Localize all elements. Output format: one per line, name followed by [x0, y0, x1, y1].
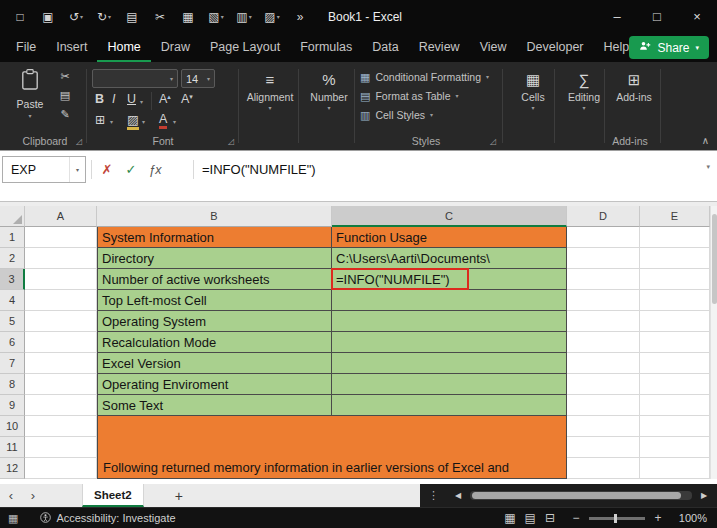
cell-E6[interactable]: [640, 332, 710, 353]
italic-button[interactable]: I: [112, 92, 115, 106]
cell-A3[interactable]: [25, 269, 97, 290]
clipboard-icon[interactable]: ▤: [118, 10, 146, 24]
tab-draw[interactable]: Draw: [151, 34, 200, 62]
select-all-button[interactable]: [0, 206, 25, 227]
maximize-button[interactable]: □: [637, 0, 677, 33]
number-group-button[interactable]: % Number ▾: [302, 70, 356, 111]
scroll-left-icon[interactable]: ◀: [451, 491, 465, 500]
cell-B5[interactable]: Operating System: [97, 311, 332, 332]
name-box[interactable]: EXP ▾: [2, 156, 86, 183]
cell-E8[interactable]: [640, 374, 710, 395]
cell-B6[interactable]: Recalculation Mode: [97, 332, 332, 353]
chart-icon[interactable]: ▥▾: [230, 10, 258, 24]
copy-button[interactable]: ▤: [56, 89, 74, 102]
print-icon[interactable]: ▧▾: [202, 10, 230, 24]
cell-E3[interactable]: [640, 269, 710, 290]
chevron-down-icon[interactable]: ▾: [173, 119, 176, 125]
cell-D7[interactable]: [567, 353, 640, 374]
zoom-slider[interactable]: [589, 517, 645, 520]
cells-group-button[interactable]: ▦ Cells ▾: [506, 70, 560, 111]
accessibility-status[interactable]: Accessibility: Investigate: [40, 512, 175, 525]
tab-insert[interactable]: Insert: [46, 34, 97, 62]
column-header-A[interactable]: A: [25, 206, 97, 227]
cell-E9[interactable]: [640, 395, 710, 416]
cell-D4[interactable]: [567, 290, 640, 311]
cell-B2[interactable]: Directory: [97, 248, 332, 269]
cell-E7[interactable]: [640, 353, 710, 374]
cell-D12[interactable]: [567, 458, 640, 479]
cell-B1[interactable]: System Information: [97, 227, 332, 248]
collapse-ribbon-icon[interactable]: ∧: [702, 135, 709, 146]
column-header-B[interactable]: B: [97, 206, 332, 227]
cell-A12[interactable]: [25, 458, 97, 479]
cell-D10[interactable]: [567, 416, 640, 437]
vertical-scrollbar-thumb[interactable]: [712, 214, 717, 304]
chevron-down-icon[interactable]: ▾: [140, 99, 143, 105]
format-as-table-button[interactable]: ▤Format as Table▾: [360, 87, 498, 105]
cell-D6[interactable]: [567, 332, 640, 353]
cell-A4[interactable]: [25, 290, 97, 311]
cell-A11[interactable]: [25, 437, 97, 458]
sheet-nav-next-icon[interactable]: ›: [22, 488, 44, 503]
cell-E11[interactable]: [640, 437, 710, 458]
insert-function-button[interactable]: ƒx: [144, 156, 166, 183]
zoom-slider-thumb[interactable]: [614, 514, 617, 523]
cell-D3[interactable]: [567, 269, 640, 290]
horizontal-scrollbar[interactable]: [470, 491, 692, 500]
add-ins-button[interactable]: ⊞ Add-ins: [607, 70, 661, 103]
vertical-scrollbar[interactable]: [710, 206, 717, 479]
cell-A6[interactable]: [25, 332, 97, 353]
cell-A5[interactable]: [25, 311, 97, 332]
font-color-button[interactable]: A: [159, 112, 167, 129]
cell-D11[interactable]: [567, 437, 640, 458]
font-size-select[interactable]: 14 ▾: [181, 69, 215, 88]
zoom-in-button[interactable]: +: [651, 511, 665, 525]
zoom-out-button[interactable]: −: [569, 511, 583, 525]
column-header-E[interactable]: E: [640, 206, 710, 227]
cell-E10[interactable]: [640, 416, 710, 437]
font-name-select[interactable]: ▾: [92, 69, 178, 88]
zoom-level[interactable]: 100%: [673, 512, 707, 524]
row-header-8[interactable]: 8: [0, 374, 25, 395]
cell-A1[interactable]: [25, 227, 97, 248]
cut-button[interactable]: ✂: [56, 70, 74, 83]
window-menu-icon[interactable]: □: [6, 10, 34, 24]
tab-formulas[interactable]: Formulas: [290, 34, 362, 62]
cell-styles-button[interactable]: ▥Cell Styles▾: [360, 106, 498, 124]
enter-button[interactable]: ✓: [120, 156, 142, 183]
save-icon[interactable]: ▣: [34, 10, 62, 24]
editing-group-button[interactable]: ∑ Editing ▾: [557, 70, 611, 111]
column-header-C[interactable]: C: [332, 206, 567, 227]
row-header-1[interactable]: 1: [0, 227, 25, 248]
cell-D1[interactable]: [567, 227, 640, 248]
cell-B9[interactable]: Some Text: [97, 395, 332, 416]
grip-dots-icon[interactable]: ⋮: [428, 489, 439, 502]
row-header-4[interactable]: 4: [0, 290, 25, 311]
normal-view-button[interactable]: ▦: [504, 511, 515, 525]
cell-A10[interactable]: [25, 416, 97, 437]
alignment-group-button[interactable]: ≡ Alignment ▾: [243, 70, 297, 111]
cell-B4[interactable]: Top Left-most Cell: [97, 290, 332, 311]
borders-button[interactable]: ⊞: [95, 112, 105, 127]
tab-review[interactable]: Review: [409, 34, 470, 62]
cell-A9[interactable]: [25, 395, 97, 416]
row-header-5[interactable]: 5: [0, 311, 25, 332]
scroll-right-icon[interactable]: ▶: [697, 491, 711, 500]
cell-D9[interactable]: [567, 395, 640, 416]
page-layout-view-button[interactable]: ▤: [525, 511, 536, 525]
sheet-nav-prev-icon[interactable]: ‹: [0, 488, 22, 503]
cancel-button[interactable]: ✗: [96, 156, 118, 183]
row-header-7[interactable]: 7: [0, 353, 25, 374]
chevron-down-icon[interactable]: ▾: [142, 119, 145, 125]
cell-D2[interactable]: [567, 248, 640, 269]
format-painter-button[interactable]: ✎: [56, 108, 74, 121]
row-header-10[interactable]: 10: [0, 416, 25, 437]
cell-E5[interactable]: [640, 311, 710, 332]
redo-button[interactable]: ↻▾: [90, 10, 118, 24]
cell-A7[interactable]: [25, 353, 97, 374]
cut-icon[interactable]: ✂: [146, 10, 174, 24]
tab-view[interactable]: View: [470, 34, 517, 62]
font-dialog-launcher-icon[interactable]: ◿: [228, 137, 234, 146]
row-header-6[interactable]: 6: [0, 332, 25, 353]
column-header-D[interactable]: D: [567, 206, 640, 227]
